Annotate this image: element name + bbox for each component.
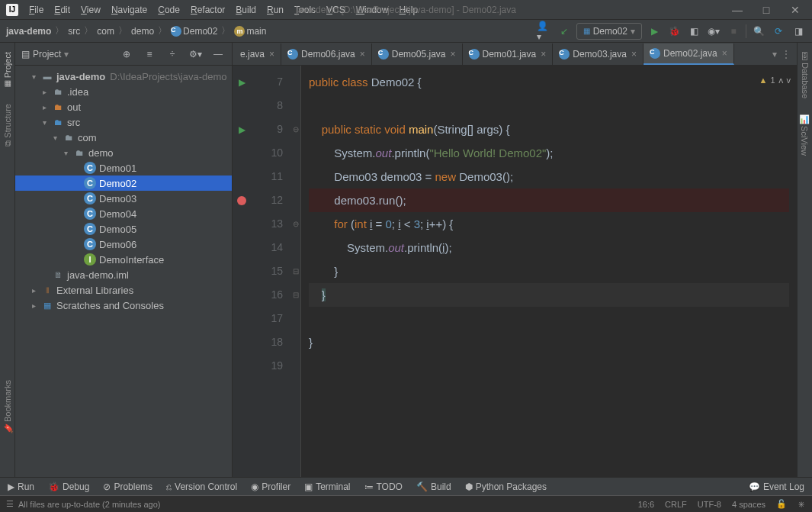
toolwin-todo[interactable]: ≔TODO — [364, 481, 403, 492]
breadcrumb-method[interactable]: main — [246, 26, 266, 37]
tree-item-demo06[interactable]: CDemo06 — [15, 237, 232, 252]
toolwin-event-log[interactable]: 💬Event Log — [749, 481, 804, 492]
search-button[interactable]: 🔍 — [751, 24, 766, 39]
inspection-badge[interactable]: ▲ 1 ʌ v — [759, 69, 791, 92]
vcs-update-icon[interactable]: ↙ — [557, 24, 572, 39]
fold-marker[interactable]: ⊟ — [290, 283, 300, 307]
toolwin-version-control[interactable]: ⎌Version Control — [166, 481, 237, 492]
tree-arrow[interactable]: ▸ — [32, 286, 41, 295]
tab-demo03-java[interactable]: CDemo03.java× — [553, 43, 644, 65]
hide-panel-icon[interactable]: — — [210, 47, 226, 62]
tree-item-demo03[interactable]: CDemo03 — [15, 191, 232, 206]
fold-marker[interactable] — [290, 354, 300, 378]
code-line-11[interactable]: Demo03 demo03 = new Demo03(); — [309, 165, 789, 188]
fold-marker[interactable] — [290, 188, 300, 212]
fold-marker[interactable]: ⊖ — [290, 212, 300, 236]
readonly-lock-icon[interactable]: 🔓 — [776, 499, 787, 509]
code-line-10[interactable]: System.out.println("Hello World! Demo02"… — [309, 141, 789, 165]
tab-close-icon[interactable]: × — [269, 49, 274, 60]
tab-close-icon[interactable]: × — [631, 49, 637, 60]
tree-item--idea[interactable]: ▸🖿.idea — [15, 84, 232, 99]
project-view-selector[interactable]: ▤ Project ▾ — [21, 49, 69, 60]
tab-close-icon[interactable]: × — [360, 49, 365, 60]
close-button[interactable]: ✕ — [785, 4, 806, 16]
tool-project[interactable]: ▦ Project — [3, 49, 12, 92]
menu-navigate[interactable]: Navigate — [107, 3, 152, 17]
toolwin-profiler[interactable]: ◉Profiler — [251, 481, 290, 492]
toolwin-run[interactable]: ▶Run — [8, 481, 34, 492]
tab-close-icon[interactable]: × — [451, 49, 456, 60]
ide-settings-button[interactable]: ◨ — [791, 24, 806, 39]
code-line-17[interactable] — [309, 307, 789, 330]
file-encoding[interactable]: UTF-8 — [698, 500, 721, 509]
memory-indicator-icon[interactable]: ⛯ — [798, 500, 806, 509]
fold-gutter[interactable]: ⊖⊖⊟⊟ — [290, 66, 301, 477]
toolwin-terminal[interactable]: ▣Terminal — [304, 481, 350, 492]
tree-item-out[interactable]: ▸🖿out — [15, 99, 232, 114]
run-gutter-icon[interactable]: ▶ — [239, 77, 246, 88]
breadcrumb-project[interactable]: java-demo — [6, 26, 51, 37]
collapse-all-icon[interactable]: ÷ — [165, 47, 180, 62]
code-editor[interactable]: ▲ 1 ʌ v public class Demo02 { public sta… — [301, 66, 797, 477]
expand-all-icon[interactable]: ≡ — [142, 47, 157, 62]
minimize-button[interactable]: — — [727, 4, 748, 16]
menu-run[interactable]: Run — [262, 3, 288, 17]
tab-close-icon[interactable]: × — [722, 48, 727, 59]
menu-edit[interactable]: Edit — [50, 3, 75, 17]
tool-sciview[interactable]: 📊 SciView — [800, 111, 810, 159]
menu-file[interactable]: File — [24, 3, 48, 17]
code-line-9[interactable]: public static void main(String[] args) { — [309, 118, 789, 141]
fold-marker[interactable] — [290, 94, 300, 118]
next-highlight-icon[interactable]: v — [787, 69, 791, 92]
tool-structure[interactable]: ⧉ Structure — [3, 101, 12, 150]
menu-refactor[interactable]: Refactor — [186, 3, 229, 17]
run-button[interactable]: ▶ — [647, 24, 662, 39]
tree-item-demo02[interactable]: CDemo02 — [15, 175, 232, 191]
menu-build[interactable]: Build — [231, 3, 261, 17]
tab-more-icon[interactable]: ⋮ — [782, 49, 791, 60]
run-gutter-icon[interactable]: ▶ — [239, 124, 246, 135]
gutter-icons[interactable]: ▶▶ — [233, 66, 251, 477]
profile-button[interactable]: ◉▾ — [706, 24, 721, 39]
breakpoint-icon[interactable] — [237, 196, 246, 205]
tree-item-external-libraries[interactable]: ▸⫴External Libraries — [15, 282, 232, 298]
project-tree[interactable]: ▾▬java-demoD:\IdeaProjects\java-demo▸🖿.i… — [15, 66, 232, 477]
coverage-button[interactable]: ◧ — [686, 24, 701, 39]
code-line-19[interactable] — [309, 354, 789, 378]
sync-button[interactable]: ⟳ — [771, 24, 786, 39]
user-icon[interactable]: 👤▾ — [537, 24, 552, 39]
breadcrumb-com[interactable]: com — [97, 26, 114, 37]
tool-bookmarks[interactable]: 🔖 Bookmarks — [2, 377, 12, 437]
code-line-8[interactable] — [309, 94, 789, 118]
tree-item-java-demo-iml[interactable]: 🗎java-demo.iml — [15, 267, 232, 282]
tree-arrow[interactable]: ▸ — [43, 88, 52, 96]
breadcrumb-class[interactable]: Demo02 — [183, 26, 217, 37]
caret-position[interactable]: 16:6 — [638, 500, 654, 509]
tree-arrow[interactable]: ▾ — [32, 72, 41, 81]
settings-gear-icon[interactable]: ⚙▾ — [188, 47, 203, 62]
tree-item-java-demo[interactable]: ▾▬java-demoD:\IdeaProjects\java-demo — [15, 69, 232, 84]
tree-arrow[interactable]: ▾ — [64, 149, 73, 157]
fold-marker[interactable] — [290, 236, 300, 259]
code-line-13[interactable]: for (int i = 0; i < 3; i++) { — [309, 212, 789, 236]
tree-item-demo05[interactable]: CDemo05 — [15, 221, 232, 237]
tree-arrow[interactable]: ▸ — [32, 301, 41, 310]
fold-marker[interactable]: ⊟ — [290, 259, 300, 283]
tab-demo02-java[interactable]: CDemo02.java× — [644, 43, 734, 65]
fold-marker[interactable] — [290, 141, 300, 165]
toolwin-build[interactable]: 🔨Build — [416, 481, 451, 492]
fold-marker[interactable] — [290, 165, 300, 188]
tab-e-java[interactable]: e.java× — [234, 43, 281, 65]
tree-item-src[interactable]: ▾🖿src — [15, 114, 232, 130]
code-line-12[interactable]: demo03.run(); — [309, 188, 789, 212]
fold-marker[interactable] — [290, 70, 300, 94]
stop-button[interactable]: ■ — [726, 24, 741, 39]
maximize-button[interactable]: □ — [756, 4, 777, 16]
menu-view[interactable]: View — [76, 3, 105, 17]
tree-arrow[interactable]: ▾ — [43, 118, 52, 127]
code-line-18[interactable]: } — [309, 330, 789, 354]
run-config-selector[interactable]: ▦ Demo02 ▾ — [576, 23, 642, 40]
tool-database[interactable]: 🗄 Database — [801, 49, 810, 101]
fold-marker[interactable] — [290, 330, 300, 354]
tree-item-demo[interactable]: ▾🖿demo — [15, 145, 232, 160]
